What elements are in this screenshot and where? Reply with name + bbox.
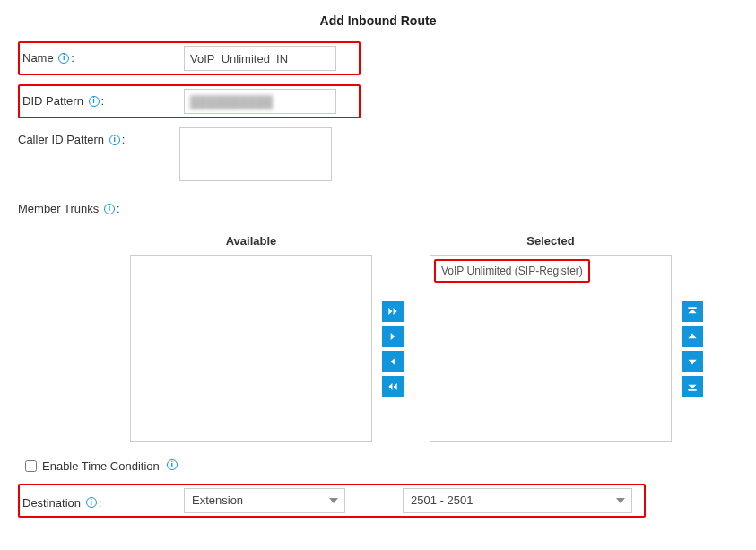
info-icon[interactable]: i [167,459,178,470]
page-title: Add Inbound Route [18,13,738,28]
destination-row-highlight: Destination i: Extension 2501 - 2501 [18,484,646,518]
double-chevron-right-icon [387,305,399,318]
selected-listbox[interactable]: VoIP Unlimited (SIP-Register) [430,255,672,442]
label-colon: : [101,94,105,108]
member-trunks-label-text: Member Trunks [18,202,99,215]
move-up-button[interactable] [682,326,703,347]
label-colon: : [99,496,102,510]
chevron-bottom-icon [686,380,699,393]
label-colon: : [117,202,120,215]
move-all-right-button[interactable] [382,301,404,322]
did-label-text: DID Pattern [22,94,83,108]
destination-type-select[interactable]: Extension [184,488,345,513]
info-icon[interactable]: i [104,204,115,214]
callerid-label: Caller ID Pattern i: [18,127,179,147]
destination-type-value: Extension [192,493,243,507]
label-colon: : [71,51,74,65]
move-buttons-col [379,256,406,443]
chevron-up-icon [686,330,699,343]
move-left-button[interactable] [382,351,404,372]
selected-block: Selected VoIP Unlimited (SIP-Register) [430,229,672,442]
name-input[interactable] [184,46,336,71]
destination-label: Destination i: [22,491,184,511]
destination-target-value: 2501 - 2501 [411,493,473,507]
double-chevron-left-icon [387,380,399,393]
did-label: DID Pattern i: [22,94,184,109]
info-icon[interactable]: i [86,497,97,508]
chevron-right-icon [387,330,399,343]
available-block: Available [130,229,372,442]
info-icon[interactable]: i [109,135,120,145]
move-all-left-button[interactable] [382,376,404,397]
chevron-left-icon [387,355,399,368]
enable-time-condition-checkbox[interactable] [25,460,37,472]
order-buttons-col [679,256,706,443]
available-header: Available [130,229,372,255]
callerid-label-text: Caller ID Pattern [18,133,104,146]
did-input[interactable]: ██████████ [184,89,336,114]
did-masked-value: ██████████ [190,95,273,109]
member-trunks-label: Member Trunks i: [18,196,120,216]
member-trunks-row: Member Trunks i: [18,196,738,216]
available-listbox[interactable] [130,255,372,442]
move-bottom-button[interactable] [682,376,703,397]
callerid-row: Caller ID Pattern i: [18,127,738,184]
chevron-down-icon [686,355,699,368]
callerid-textarea[interactable] [179,127,332,181]
info-icon[interactable]: i [58,53,69,64]
move-right-button[interactable] [382,326,404,347]
move-top-button[interactable] [682,301,703,322]
time-condition-row: Enable Time Condition i [25,459,738,473]
dual-list: Available Selected VoIP Unlimited (SIP-R… [18,229,738,443]
name-row-highlight: Name i: [18,41,361,75]
did-row-highlight: DID Pattern i: ██████████ [18,84,361,118]
chevron-top-icon [686,305,699,318]
time-condition-label: Enable Time Condition [42,459,160,473]
name-label: Name i: [22,51,184,65]
name-label-text: Name [22,51,54,65]
list-item[interactable]: VoIP Unlimited (SIP-Register) [434,259,590,283]
selected-header: Selected [430,229,672,255]
move-down-button[interactable] [682,351,703,372]
destination-target-select[interactable]: 2501 - 2501 [403,488,632,513]
info-icon[interactable]: i [89,96,100,107]
label-colon: : [122,133,126,146]
destination-label-text: Destination [22,496,81,510]
